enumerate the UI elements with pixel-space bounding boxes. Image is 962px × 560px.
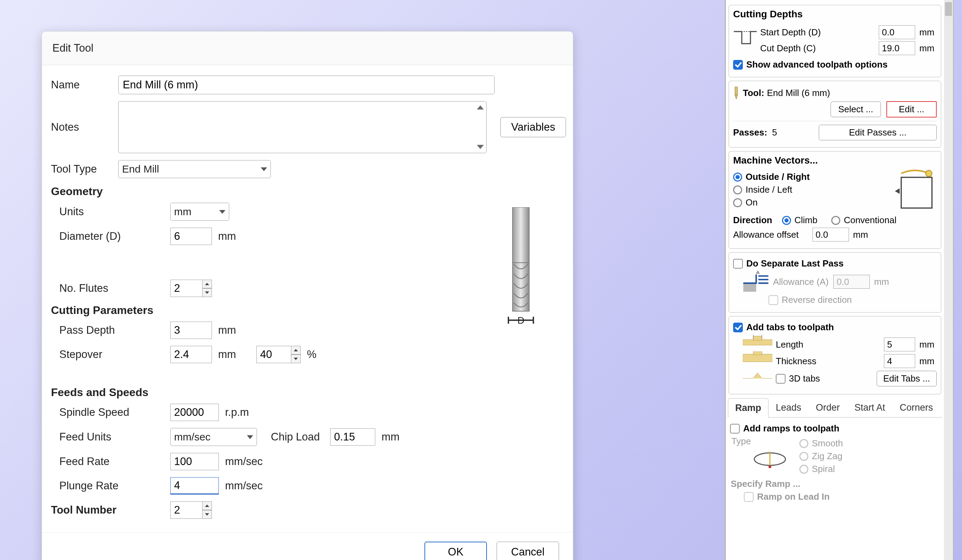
tool-group: Tool: End Mill (6 mm) Select ... Edit ..…: [729, 81, 941, 148]
name-input[interactable]: [118, 76, 494, 94]
edit-tool-button[interactable]: Edit ...: [886, 101, 937, 117]
direction-climb-radio[interactable]: [782, 216, 791, 225]
tool-number-stepper[interactable]: [170, 501, 212, 519]
tabs-3d-checkbox[interactable]: [776, 374, 786, 384]
feed-rate-unit: mm/sec: [225, 455, 263, 468]
chip-load-input[interactable]: [330, 428, 375, 446]
percent-unit: %: [307, 348, 316, 361]
ramp-zigzag-radio: [799, 452, 809, 461]
mv-inside-radio[interactable]: [733, 185, 742, 195]
separate-last-pass-checkbox[interactable]: [733, 259, 743, 269]
specify-ramp-label: Specify Ramp ...: [731, 479, 941, 489]
ramp-type-icon: [751, 449, 789, 470]
notes-textarea[interactable]: [118, 101, 487, 153]
stepover-unit: mm: [218, 348, 239, 361]
tab-length-input[interactable]: [884, 338, 915, 351]
notes-scroll-down-icon[interactable]: [477, 145, 484, 149]
tab-thickness-unit: mm: [919, 356, 937, 367]
pass-depth-input[interactable]: [170, 322, 212, 339]
panel-scrollbar[interactable]: [944, 0, 953, 560]
spin-down-icon[interactable]: [291, 354, 301, 363]
spindle-unit: r.p.m: [225, 406, 249, 418]
cancel-button[interactable]: Cancel: [497, 542, 559, 560]
allowance-offset-unit: mm: [853, 229, 870, 240]
cutting-depth-icon: [733, 30, 757, 51]
svg-rect-13: [753, 336, 762, 340]
geometry-heading: Geometry: [51, 185, 566, 198]
select-tool-button[interactable]: Select ...: [831, 101, 881, 117]
spin-up-icon[interactable]: [202, 501, 212, 510]
add-tabs-checkbox[interactable]: [733, 323, 743, 332]
direction-label: Direction: [733, 215, 772, 225]
diameter-input[interactable]: [170, 228, 212, 245]
scrollbar-thumb[interactable]: [945, 2, 952, 16]
tab-thickness-label: Thickness: [776, 356, 821, 367]
start-depth-input[interactable]: [879, 25, 915, 39]
stepover-pct-stepper[interactable]: [256, 346, 301, 363]
tab-corners[interactable]: Corners: [892, 398, 940, 417]
add-ramps-checkbox[interactable]: [730, 424, 740, 433]
allowance-offset-input[interactable]: [812, 228, 849, 241]
passes-value: 5: [772, 127, 777, 138]
spin-up-icon[interactable]: [291, 346, 301, 354]
ok-button[interactable]: OK: [425, 542, 487, 560]
show-advanced-checkbox[interactable]: [733, 60, 743, 70]
svg-rect-16: [743, 354, 772, 362]
mv-inside-label: Inside / Left: [746, 184, 792, 195]
spindle-speed-input[interactable]: [170, 404, 219, 421]
toolpath-tab-strip: Ramp Leads Order Start At Corners: [728, 398, 943, 418]
plunge-rate-input[interactable]: [170, 477, 219, 494]
flutes-label: No. Flutes: [49, 282, 170, 294]
conventional-label: Conventional: [844, 215, 896, 225]
edit-passes-button[interactable]: Edit Passes ...: [819, 125, 937, 140]
svg-point-8: [926, 170, 932, 176]
tab-leads[interactable]: Leads: [768, 398, 809, 417]
feed-rate-input[interactable]: [170, 453, 219, 470]
tool-label: Tool:: [743, 88, 764, 98]
pass-depth-unit: mm: [218, 324, 236, 336]
mv-on-label: On: [746, 197, 758, 208]
plunge-rate-unit: mm/sec: [225, 480, 263, 492]
separate-last-pass-group: Do Separate Last Pass A Allowance (A) mm…: [729, 252, 941, 312]
svg-point-20: [768, 465, 771, 468]
edit-tabs-button[interactable]: Edit Tabs ...: [877, 371, 937, 386]
notes-scroll-up-icon[interactable]: [477, 105, 484, 109]
tab-length-label: Length: [776, 339, 821, 350]
tab-3d-icon: [743, 368, 772, 380]
pass-depth-label: Pass Depth: [49, 324, 170, 336]
feeds-speeds-heading: Feeds and Speeds: [51, 386, 566, 399]
ramp-smooth-radio: [799, 439, 809, 448]
svg-marker-9: [895, 188, 900, 194]
feed-units-select[interactable]: mm/sec: [170, 428, 257, 446]
passes-label: Passes:: [733, 127, 767, 138]
tool-type-select[interactable]: End Mill: [118, 160, 271, 178]
tool-number-input[interactable]: [170, 501, 202, 519]
add-ramps-label: Add ramps to toolpath: [743, 423, 839, 434]
tool-icon: [733, 87, 739, 99]
mv-outside-label: Outside / Right: [746, 172, 810, 182]
variables-button[interactable]: Variables: [500, 117, 566, 137]
diameter-label: Diameter (D): [49, 230, 170, 243]
spin-up-icon[interactable]: [202, 280, 212, 288]
flutes-input[interactable]: [170, 280, 202, 297]
tab-thickness-input[interactable]: [884, 354, 915, 368]
tab-start-at[interactable]: Start At: [847, 398, 893, 417]
mv-outside-radio[interactable]: [733, 172, 742, 182]
flutes-stepper[interactable]: [170, 280, 212, 297]
mv-on-radio[interactable]: [733, 198, 742, 207]
svg-rect-7: [901, 177, 932, 208]
units-select[interactable]: mm: [170, 203, 229, 221]
tab-order[interactable]: Order: [809, 398, 847, 417]
plunge-rate-label: Plunge Rate: [49, 480, 170, 492]
ramp-type-label: Type: [731, 436, 796, 447]
cut-depth-input[interactable]: [879, 41, 915, 55]
stepover-pct-input[interactable]: [256, 346, 291, 363]
chevron-down-icon: [247, 435, 253, 439]
chip-load-label: Chip Load: [271, 431, 320, 443]
start-depth-label: Start Depth (D): [760, 27, 821, 38]
tab-ramp[interactable]: Ramp: [728, 398, 768, 418]
stepover-input[interactable]: [170, 346, 212, 363]
direction-conventional-radio[interactable]: [831, 216, 840, 225]
spin-down-icon[interactable]: [202, 510, 212, 519]
spin-down-icon[interactable]: [202, 288, 212, 297]
